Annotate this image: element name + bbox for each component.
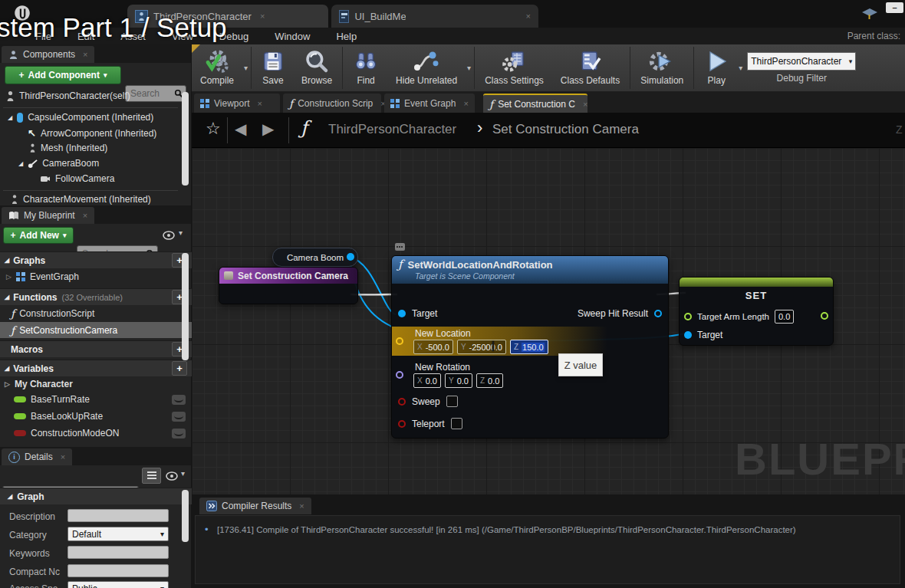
tab-construction-script[interactable]: ƒ Construction Scrip ×	[283, 94, 381, 113]
compact-node-title-input[interactable]	[67, 564, 169, 577]
graph-section-header[interactable]: ◢ Graph	[0, 488, 192, 504]
expanded-icon[interactable]: ◢	[18, 160, 23, 167]
add-new-button[interactable]: + Add New ▾	[3, 227, 74, 244]
variable-visibility-icon[interactable]	[172, 395, 186, 405]
float-output-pin[interactable]	[821, 312, 828, 320]
variable-constructionmodeon[interactable]: ConstructionModeON	[14, 428, 186, 439]
favorite-star-icon[interactable]: ☆	[206, 119, 221, 139]
details-scrollbar[interactable]	[182, 490, 189, 542]
variable-baseturnrate[interactable]: BaseTurnRate	[14, 394, 186, 405]
bool-input-pin[interactable]	[398, 420, 406, 428]
target-arm-length-row[interactable]: Target Arm Length 0.0	[684, 310, 794, 324]
node-set-construction-camera-entry[interactable]: Set Construction Camera	[219, 267, 358, 304]
close-icon[interactable]: ×	[583, 100, 587, 109]
rotation-x-field[interactable]: X0.0	[413, 373, 441, 388]
find-button[interactable]: Find	[344, 44, 387, 91]
caret-down-icon[interactable]: ▾	[179, 228, 183, 237]
sweep-pin-row[interactable]: Sweep	[398, 396, 458, 407]
list-item-constructionscript[interactable]: ƒ ConstructionScript	[11, 307, 94, 320]
visibility-eye-icon[interactable]	[166, 471, 179, 481]
rotation-z-field[interactable]: Z0.0	[476, 373, 503, 388]
tree-item-self[interactable]: ThirdPersonCharacter(self)	[6, 90, 130, 101]
play-options-caret-icon[interactable]: ▾	[737, 64, 744, 72]
close-icon[interactable]: ×	[260, 11, 265, 21]
tab-details[interactable]: i Details ×	[2, 448, 72, 465]
node-setworldlocationandrotation[interactable]: ƒ SetWorldLocationAndRotation Target is …	[391, 255, 669, 439]
debug-object-dropdown[interactable]: ThirdPersonCharacter ▾	[747, 52, 856, 71]
close-icon[interactable]: ×	[299, 501, 304, 511]
node-camera-boom[interactable]: Camera Boom	[272, 248, 358, 267]
variable-visibility-icon[interactable]	[172, 429, 186, 439]
functions-section-header[interactable]: ◢ Functions (32 Overridable) +	[0, 288, 192, 305]
asset-tab-uibuildmenu[interactable]: UI_BuildMenu* ×	[331, 5, 538, 28]
back-arrow-icon[interactable]: ◀	[235, 120, 246, 138]
tree-item-mesh[interactable]: Mesh (Inherited)	[29, 143, 107, 153]
object-input-pin[interactable]	[684, 331, 692, 339]
close-icon[interactable]: ×	[83, 50, 87, 59]
tutorial-cap-icon[interactable]	[861, 6, 879, 21]
close-icon[interactable]: ×	[463, 99, 468, 108]
collapsed-icon[interactable]: ▷	[5, 380, 10, 388]
compiler-log-box[interactable]: • [1736.41] Compile of ThirdPersonCharac…	[195, 515, 900, 584]
target-arm-length-field[interactable]: 0.0	[775, 310, 794, 324]
bool-input-pin[interactable]	[398, 398, 406, 406]
tree-item-followcamera[interactable]: FollowCamera	[40, 173, 114, 184]
close-icon[interactable]: ×	[83, 211, 87, 220]
close-icon[interactable]: ×	[257, 99, 262, 108]
location-x-field[interactable]: X-500.0	[413, 340, 453, 354]
rotator-input-pin[interactable]	[396, 371, 403, 379]
rotation-y-field[interactable]: Y0.0	[445, 373, 472, 388]
node-set-target-arm-length[interactable]: SET Target Arm Length 0.0 Target	[679, 277, 834, 346]
add-variable-button[interactable]: +	[172, 361, 187, 376]
play-button[interactable]: Play	[696, 44, 737, 91]
macros-section-header[interactable]: Macros +	[0, 340, 192, 357]
compile-options-caret-icon[interactable]: ▾	[242, 64, 249, 72]
list-item-eventgraph[interactable]: ▷ EventGraph	[6, 271, 79, 282]
tree-item-cameraboom[interactable]: ◢ CameraBoom	[18, 158, 99, 169]
set-target-row[interactable]: Target	[684, 330, 722, 340]
close-icon[interactable]: ×	[61, 452, 65, 462]
category-dropdown[interactable]: Default ▾	[67, 527, 169, 541]
breadcrumb-root[interactable]: ThirdPersonCharacter	[328, 122, 456, 137]
browse-button[interactable]: Browse	[293, 44, 341, 91]
variable-visibility-icon[interactable]	[172, 412, 186, 422]
description-input[interactable]	[67, 509, 169, 522]
target-pin-row[interactable]: Target	[398, 308, 437, 319]
class-defaults-button[interactable]: Class Defaults	[552, 44, 628, 91]
tree-item-charactermovement[interactable]: CharacterMovement (Inherited)	[11, 194, 151, 205]
tab-my-blueprint[interactable]: My Blueprint ×	[2, 207, 94, 224]
tab-compiler-results[interactable]: Compiler Results ×	[199, 498, 311, 514]
sweep-hit-result-pin-row[interactable]: Sweep Hit Result	[578, 308, 662, 319]
class-settings-button[interactable]: Class Settings	[476, 44, 552, 91]
teleport-checkbox[interactable]	[451, 418, 462, 429]
tab-set-construction-camera[interactable]: ƒ Set Construction C ×	[483, 94, 587, 113]
property-matrix-button[interactable]	[142, 468, 161, 484]
collapsed-icon[interactable]: ▷	[6, 273, 12, 281]
variable-baselookuprate[interactable]: BaseLookUpRate	[14, 411, 186, 422]
add-component-button[interactable]: + Add Component ▾	[5, 66, 121, 84]
keywords-input[interactable]	[67, 546, 169, 559]
object-output-pin[interactable]	[654, 310, 662, 317]
object-input-pin[interactable]	[398, 310, 406, 317]
blueprint-graph-canvas[interactable]: BLUEPRINT Camera Boom Set Construction C…	[192, 148, 905, 494]
hide-unrelated-button[interactable]: Hide Unrelated	[387, 44, 466, 91]
forward-arrow-icon[interactable]: ▶	[262, 120, 274, 138]
my-blueprint-scrollbar[interactable]	[182, 253, 189, 360]
access-specifier-dropdown[interactable]: Public ▾	[67, 581, 169, 588]
save-button[interactable]: Save	[253, 44, 293, 91]
menu-window[interactable]: Window	[275, 31, 310, 42]
caret-down-icon[interactable]: ▾	[181, 469, 185, 478]
tab-viewport[interactable]: Viewport ×	[194, 94, 280, 113]
tab-components[interactable]: Components ×	[2, 46, 94, 63]
components-search[interactable]	[125, 85, 186, 102]
components-scrollbar[interactable]	[182, 92, 189, 186]
sweep-checkbox[interactable]	[446, 396, 458, 407]
variables-section-header[interactable]: ◢ Variables +	[0, 360, 192, 376]
menu-help[interactable]: Help	[336, 31, 357, 42]
tab-event-graph[interactable]: Event Graph ×	[384, 94, 475, 113]
hide-unrelated-caret-icon[interactable]: ▾	[466, 64, 472, 72]
tree-item-capsule[interactable]: ◢ CapsuleComponent (Inherited)	[8, 112, 153, 123]
expanded-icon[interactable]: ◢	[8, 114, 12, 121]
location-z-field[interactable]: Z150.0	[510, 340, 548, 354]
category-my-character[interactable]: ▷ My Character	[5, 379, 73, 389]
